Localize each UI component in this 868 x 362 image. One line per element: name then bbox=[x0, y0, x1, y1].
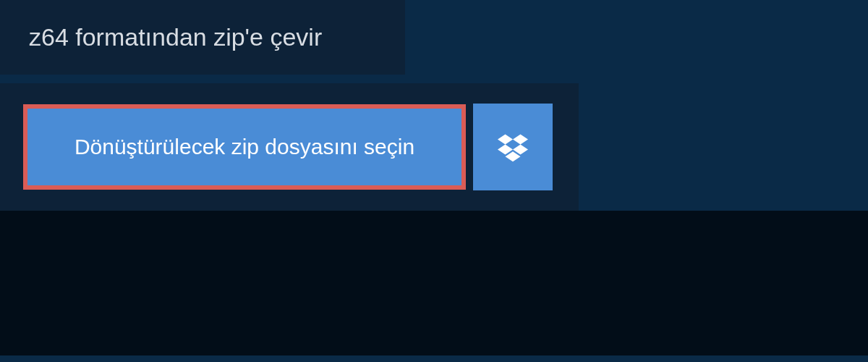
select-file-button-label: Dönüştürülecek zip dosyasını seçin bbox=[75, 135, 414, 159]
dropbox-button[interactable] bbox=[473, 104, 553, 190]
main-panel: Dönüştürülecek zip dosyasını seçin bbox=[0, 83, 579, 211]
page-title: z64 formatından zip'e çevir bbox=[29, 23, 376, 51]
bottom-area bbox=[0, 211, 868, 355]
header-bar: z64 formatından zip'e çevir bbox=[0, 0, 405, 75]
select-file-button[interactable]: Dönüştürülecek zip dosyasını seçin bbox=[23, 104, 466, 190]
spacer bbox=[0, 75, 868, 83]
dropbox-icon bbox=[498, 132, 528, 162]
